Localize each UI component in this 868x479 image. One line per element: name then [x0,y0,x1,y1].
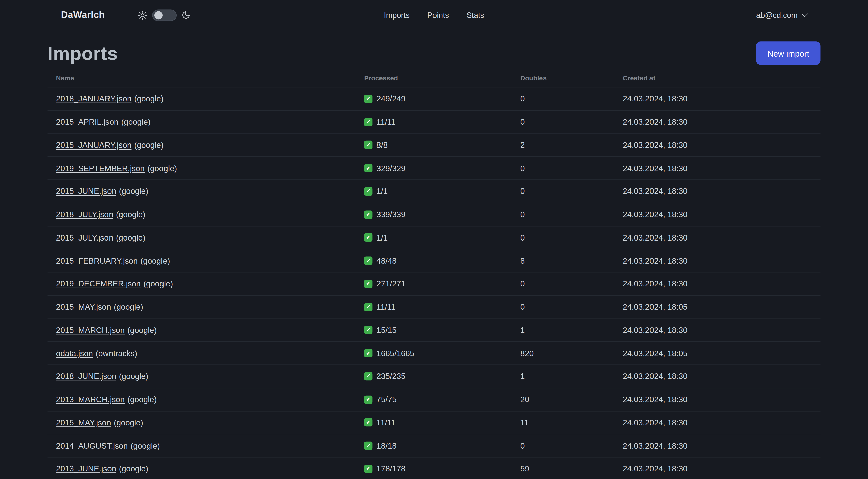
processed-count: 1/1 [376,233,388,242]
processed-count: 1/1 [376,187,388,196]
import-file-link[interactable]: 2015_JANUARY.json [56,141,132,150]
processed-count: 15/15 [376,326,397,334]
name-cell: 2015_JANUARY.json(google) [48,141,365,150]
theme-switch-knob [155,11,163,19]
doubles-cell: 0 [520,441,623,450]
processed-cell: ✔8/8 [364,141,520,150]
import-source: (google) [148,164,177,173]
nav-imports[interactable]: Imports [384,10,410,19]
import-file-link[interactable]: 2019_DECEMBER.json [56,279,141,288]
nav-stats[interactable]: Stats [467,10,484,19]
success-check-icon: ✔ [364,141,372,149]
table-row: 2015_MAY.json(google)✔11/11024.03.2024, … [48,295,820,318]
moon-icon [182,10,191,19]
table-row: 2018_JULY.json(google)✔339/339024.03.202… [48,203,820,226]
table-row: 2014_AUGUST.json(google)✔18/18024.03.202… [48,434,820,457]
processed-count: 75/75 [376,395,397,404]
import-file-link[interactable]: 2015_FEBRUARY.json [56,256,138,265]
processed-cell: ✔339/339 [364,210,520,219]
table-row: 2015_FEBRUARY.json(google)✔48/48824.03.2… [48,249,820,272]
nav-points[interactable]: Points [427,10,449,19]
sun-icon [138,10,148,20]
doubles-cell: 8 [520,256,623,265]
success-check-icon: ✔ [364,187,372,196]
import-file-link[interactable]: 2013_JUNE.json [56,465,116,473]
created-at-cell: 24.03.2024, 18:30 [623,256,820,265]
import-file-link[interactable]: 2015_APRIL.json [56,118,119,126]
user-menu[interactable]: ab@cd.com [756,0,807,30]
import-source: (google) [116,210,146,219]
processed-count: 48/48 [376,256,397,265]
processed-cell: ✔18/18 [364,441,520,450]
created-at-cell: 24.03.2024, 18:05 [623,303,820,311]
import-file-link[interactable]: 2015_JULY.json [56,233,113,242]
success-check-icon: ✔ [364,234,372,242]
table-row: 2015_JUNE.json(google)✔1/1024.03.2024, 1… [48,179,820,203]
import-file-link[interactable]: 2015_MAY.json [56,303,111,311]
success-check-icon: ✔ [364,164,372,172]
import-source: (google) [121,118,150,126]
doubles-cell: 1 [520,372,623,381]
success-check-icon: ✔ [364,418,372,427]
import-file-link[interactable]: 2018_JANUARY.json [56,94,132,103]
import-file-link[interactable]: 2018_JUNE.json [56,372,116,381]
name-cell: 2015_MARCH.json(google) [48,326,365,334]
name-cell: 2019_DECEMBER.json(google) [48,279,365,288]
app-window: DaWarIch [0,0,868,479]
table-row: 2018_JUNE.json(google)✔235/235124.03.202… [48,364,820,388]
created-at-cell: 24.03.2024, 18:30 [623,395,820,404]
name-cell: 2015_FEBRUARY.json(google) [48,256,365,265]
theme-toggle [138,9,191,21]
processed-count: 339/339 [376,210,406,219]
import-source: (google) [141,256,170,265]
success-check-icon: ✔ [364,395,372,403]
success-check-icon: ✔ [364,257,372,265]
import-file-link[interactable]: 2019_SEPTEMBER.json [56,164,145,173]
page-header: Imports New import [48,41,820,65]
top-nav: DaWarIch [0,0,868,30]
doubles-cell: 20 [520,395,623,404]
import-file-link[interactable]: 2015_JUNE.json [56,187,116,196]
processed-cell: ✔1/1 [364,187,520,196]
import-file-link[interactable]: 2013_MARCH.json [56,395,125,404]
import-source: (google) [119,372,149,381]
doubles-cell: 59 [520,465,623,473]
doubles-cell: 0 [520,187,623,196]
column-header-name: Name [48,74,365,82]
name-cell: odata.json(owntracks) [48,349,365,358]
import-file-link[interactable]: 2015_MARCH.json [56,326,125,334]
doubles-cell: 0 [520,233,623,242]
processed-count: 8/8 [376,141,388,150]
import-file-link[interactable]: 2015_MAY.json [56,418,111,427]
import-source: (google) [144,279,173,288]
import-file-link[interactable]: 2018_JULY.json [56,210,113,219]
name-cell: 2015_APRIL.json(google) [48,118,365,126]
processed-count: 1665/1665 [376,349,414,358]
table-row: 2015_APRIL.json(google)✔11/11024.03.2024… [48,110,820,133]
import-source: (google) [116,233,146,242]
import-source: (google) [127,395,157,404]
column-header-created-at: Created at [623,74,820,82]
processed-cell: ✔48/48 [364,256,520,265]
doubles-cell: 0 [520,279,623,288]
table-row: 2015_MAY.json(google)✔11/111124.03.2024,… [48,411,820,434]
import-source: (google) [119,465,149,473]
logo[interactable]: DaWarIch [61,9,105,20]
name-cell: 2013_MARCH.json(google) [48,395,365,404]
new-import-button[interactable]: New import [756,41,820,65]
import-source: (google) [119,187,149,196]
success-check-icon: ✔ [364,372,372,381]
chevron-down-icon [802,11,808,17]
import-file-link[interactable]: odata.json [56,349,93,358]
processed-cell: ✔249/249 [364,94,520,103]
doubles-cell: 0 [520,118,623,126]
name-cell: 2015_MAY.json(google) [48,418,365,427]
success-check-icon: ✔ [364,210,372,219]
name-cell: 2015_JUNE.json(google) [48,187,365,196]
processed-count: 235/235 [376,372,406,381]
import-file-link[interactable]: 2014_AUGUST.json [56,441,128,450]
import-source: (google) [134,94,163,103]
theme-switch[interactable] [152,9,177,21]
processed-count: 249/249 [376,94,406,103]
processed-count: 11/11 [376,118,395,126]
